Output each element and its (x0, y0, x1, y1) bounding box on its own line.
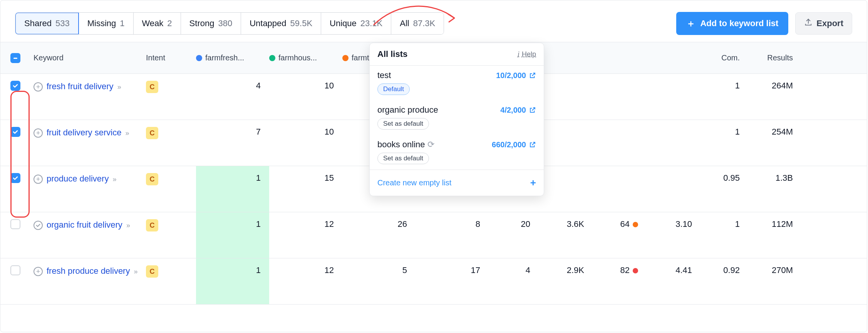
row-checkbox[interactable] (10, 81, 20, 91)
select-all-checkbox[interactable] (10, 53, 20, 63)
cell-value: 264M (747, 81, 808, 91)
cell-value: 1 (700, 81, 747, 91)
tab-missing[interactable]: Missing1 (79, 13, 134, 34)
cell-value: 82 (593, 265, 647, 275)
header-keyword[interactable]: Keyword (30, 53, 146, 62)
list-count[interactable]: 660/2,000 (492, 140, 536, 149)
list-count[interactable]: 4/2,000 (500, 106, 536, 115)
cell-value: 7 (196, 127, 269, 137)
export-button[interactable]: Export (795, 12, 852, 35)
default-badge: Default (377, 83, 410, 95)
intent-badge: C (146, 127, 158, 139)
cell-value: 1 (700, 127, 747, 137)
add-to-keyword-list-button[interactable]: ＋ Add to keyword list (676, 12, 788, 35)
cell-value: 8 (416, 219, 489, 229)
header-competitor-0[interactable]: farmfresh... (196, 53, 269, 62)
cell-value: 12 (269, 219, 342, 229)
cell-value: 2.9K (539, 265, 593, 275)
intent-badge: C (146, 173, 158, 185)
cell-value: 3.10 (647, 219, 700, 229)
header-competitor-1[interactable]: farmhous... (269, 53, 342, 62)
svg-rect-0 (13, 58, 17, 59)
tab-all[interactable]: All87.3K (391, 13, 444, 34)
table-row: + fresh produce delivery » C11251742.9K8… (0, 258, 867, 305)
export-button-label: Export (816, 18, 843, 28)
cell-value: 112M (747, 219, 808, 229)
tab-weak[interactable]: Weak2 (134, 13, 181, 34)
external-link-icon (529, 72, 536, 79)
add-button-label: Add to keyword list (700, 18, 778, 28)
set-default-button[interactable]: Set as default (377, 118, 429, 130)
list-name: organic produce (377, 105, 438, 115)
chevron-right-icon: » (126, 221, 130, 229)
cell-value: 0.95 (700, 173, 747, 183)
chevron-right-icon: » (113, 175, 117, 183)
plus-circle-icon[interactable]: + (34, 175, 43, 184)
cell-value: 4.41 (647, 265, 700, 275)
plus-circle-icon[interactable]: + (34, 128, 43, 138)
keyword-list-dropdown: All lists i Help test 10/2,000 Default o… (369, 43, 544, 196)
cell-value: 1 (700, 219, 747, 229)
cell-value: 10 (269, 81, 342, 91)
keyword-list-item[interactable]: test 10/2,000 Default (370, 66, 544, 100)
cell-value: 10 (269, 127, 342, 137)
tab-shared[interactable]: Shared533 (15, 12, 79, 35)
plus-circle-icon[interactable]: + (34, 82, 43, 92)
cell-value: 3.6K (539, 219, 593, 229)
header-com[interactable]: Com. (700, 53, 747, 62)
cell-value: 64 (593, 219, 647, 229)
plus-circle-icon[interactable]: + (34, 267, 43, 276)
keyword-link[interactable]: fresh fruit delivery (47, 82, 114, 91)
keyword-link[interactable]: organic fruit delivery (47, 220, 122, 230)
keyword-link[interactable]: fruit delivery service (47, 128, 121, 137)
chevron-right-icon: » (126, 129, 129, 137)
intent-badge: C (146, 81, 158, 93)
cell-value: 1 (196, 212, 269, 258)
check-circle-icon[interactable] (34, 221, 43, 230)
cell-value: 15 (269, 173, 342, 183)
row-checkbox[interactable] (10, 265, 20, 275)
list-name: books online ⟳ (377, 140, 434, 150)
dropdown-title: All lists (377, 49, 407, 59)
keyword-link[interactable]: fresh produce delivery (47, 266, 130, 276)
intent-badge: C (146, 265, 158, 278)
refresh-icon: ⟳ (427, 140, 434, 149)
cell-value: 1.3B (747, 173, 808, 183)
row-checkbox[interactable] (10, 127, 20, 137)
chevron-right-icon: » (117, 83, 121, 91)
info-icon: i (518, 50, 519, 58)
cell-value: 1 (196, 258, 269, 304)
export-icon (804, 18, 813, 29)
header-intent[interactable]: Intent (146, 53, 196, 62)
cell-value: 0.92 (700, 265, 747, 275)
list-count[interactable]: 10/2,000 (496, 71, 536, 80)
tab-unique[interactable]: Unique23.1K (321, 13, 391, 34)
external-link-icon (529, 141, 536, 148)
cell-value: 17 (416, 265, 489, 275)
cell-value: 12 (269, 265, 342, 275)
keyword-list-item[interactable]: organic produce 4/2,000 Set as default (370, 100, 544, 135)
chevron-right-icon: » (134, 268, 138, 275)
list-name: test (377, 70, 391, 80)
table-row: organic fruit delivery » C112268203.6K64… (0, 212, 867, 258)
cell-value: 1 (196, 166, 269, 212)
intent-badge: C (146, 219, 158, 231)
cell-value: 4 (196, 81, 269, 91)
set-default-button[interactable]: Set as default (377, 153, 429, 164)
create-new-list-plus-icon[interactable]: + (530, 177, 536, 189)
keyword-list-item[interactable]: books online ⟳ 660/2,000 Set as default (370, 135, 544, 170)
keyword-link[interactable]: produce delivery (47, 174, 109, 183)
cell-value: 26 (342, 219, 416, 229)
tab-untapped[interactable]: Untapped59.5K (241, 13, 321, 34)
create-new-list-link[interactable]: Create new empty list (377, 178, 451, 187)
header-results[interactable]: Results (747, 53, 808, 62)
filter-tabs: Shared533Missing1Weak2Strong380Untapped5… (15, 12, 444, 35)
cell-value: 4 (489, 265, 539, 275)
cell-value: 20 (489, 219, 539, 229)
tab-strong[interactable]: Strong380 (181, 13, 241, 34)
external-link-icon (529, 107, 536, 113)
row-checkbox[interactable] (10, 173, 20, 183)
cell-value: 270M (747, 265, 808, 275)
row-checkbox[interactable] (10, 219, 20, 229)
help-link[interactable]: i Help (518, 50, 536, 58)
